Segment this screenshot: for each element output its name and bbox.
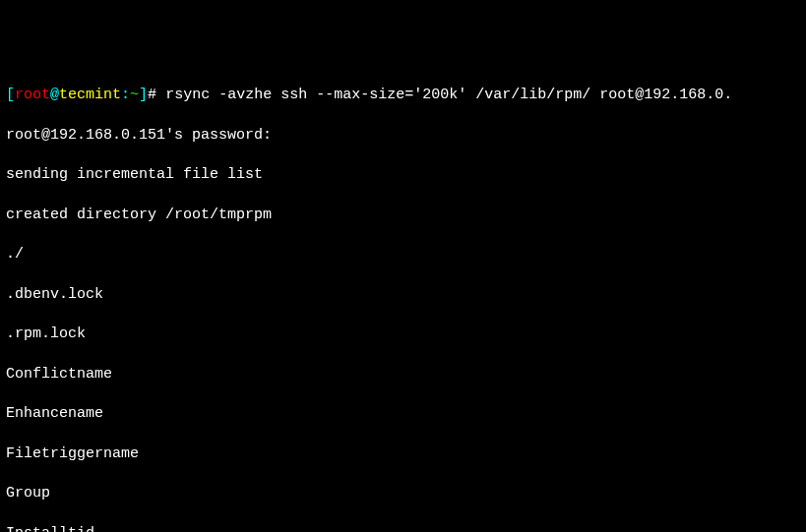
terminal-window[interactable]: [root@tecmint:~]# rsync -avzhe ssh --max… <box>6 86 800 532</box>
output-line: created directory /root/tmprpm <box>6 206 800 225</box>
output-line: .rpm.lock <box>6 325 800 344</box>
output-line: Filetriggername <box>6 444 800 464</box>
output-line: ./ <box>6 245 800 265</box>
command-text: rsync -avzhe ssh --max-size='200k' /var/… <box>156 87 732 103</box>
prompt-user: root <box>15 87 50 103</box>
prompt-host: tecmint <box>59 87 121 103</box>
bracket-open: [ <box>6 87 15 103</box>
output-line: Enhancename <box>6 404 800 424</box>
prompt-path: ~ <box>130 87 139 103</box>
output-line: Installtid <box>6 524 800 533</box>
output-line: Group <box>6 484 800 503</box>
output-line: .dbenv.lock <box>6 285 800 305</box>
output-line: root@192.168.0.151's password: <box>6 126 800 146</box>
bracket-close: ] <box>139 87 148 103</box>
output-line: Conflictname <box>6 365 800 384</box>
prompt-at: @ <box>50 87 59 103</box>
prompt-colon: : <box>121 87 130 103</box>
output-line: sending incremental file list <box>6 165 800 185</box>
prompt-hash: # <box>148 87 156 103</box>
prompt-line-1[interactable]: [root@tecmint:~]# rsync -avzhe ssh --max… <box>6 86 800 105</box>
